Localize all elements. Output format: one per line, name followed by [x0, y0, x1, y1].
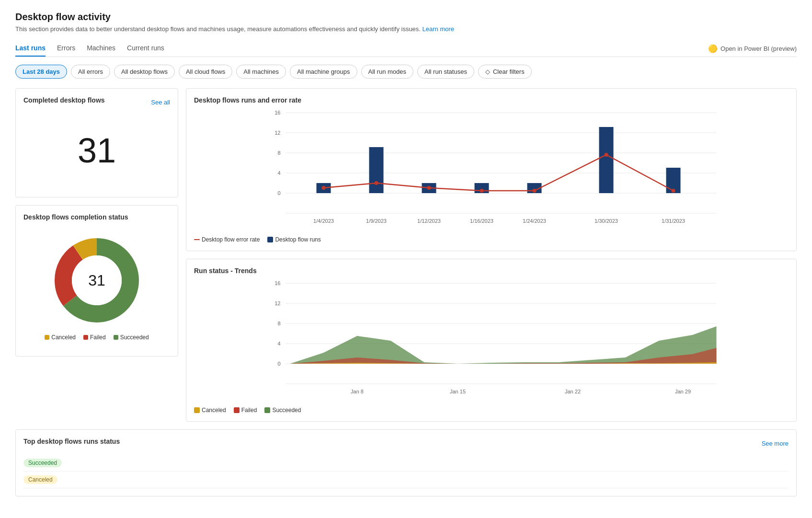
runs-chart-title: Desktop flows runs and error rate [194, 96, 789, 104]
svg-rect-16 [369, 147, 384, 193]
runs-chart-svg: 16 12 8 4 0 [194, 108, 789, 232]
top-flows-section: Top desktop flows runs status See more S… [15, 429, 797, 496]
svg-point-34 [605, 153, 608, 157]
svg-text:4: 4 [277, 341, 280, 346]
completion-status-card: Desktop flows completion status [15, 205, 178, 357]
legend-canceled: Canceled [45, 334, 76, 341]
tab-bar: Last runs Errors Machines Current runs 🟡… [15, 40, 797, 57]
table-row: Succeeded [23, 455, 789, 472]
run-trends-legend: Canceled Failed Succeeded [194, 407, 789, 414]
filter-all-errors[interactable]: All errors [71, 65, 110, 79]
legend-flow-runs: Desktop flow runs [267, 236, 320, 243]
filter-all-cloud-flows[interactable]: All cloud flows [179, 65, 232, 79]
runs-chart-legend: Desktop flow error rate Desktop flow run… [194, 236, 789, 243]
eraser-icon: ◇ [485, 68, 490, 75]
page-subtitle: This section provides data to better und… [15, 25, 797, 33]
svg-text:12: 12 [274, 300, 280, 306]
svg-text:1/16/2023: 1/16/2023 [470, 218, 493, 224]
powerbi-icon: 🟡 [708, 44, 718, 53]
flow-runs-bar-icon [267, 237, 273, 242]
tab-errors[interactable]: Errors [57, 40, 75, 57]
legend-failed: Failed [83, 334, 106, 341]
svg-text:Jan 22: Jan 22 [565, 389, 581, 394]
svg-text:1/12/2023: 1/12/2023 [417, 218, 441, 224]
table-row: Canceled [23, 472, 789, 488]
svg-point-29 [322, 186, 326, 190]
legend-succeeded: Succeeded [114, 334, 149, 341]
legend-trends-canceled: Canceled [194, 407, 226, 414]
donut-count: 31 [88, 272, 105, 289]
svg-point-32 [480, 189, 484, 193]
legend-trends-failed: Failed [234, 407, 257, 414]
completed-flows-card: Completed desktop flows See all 31 [15, 88, 178, 197]
filter-all-machine-groups[interactable]: All machine groups [290, 65, 357, 79]
legend-trends-succeeded: Succeeded [264, 407, 301, 414]
svg-point-30 [375, 181, 378, 185]
svg-rect-20 [599, 127, 614, 193]
donut-chart-container: 31 Canceled Failed Succeed [23, 225, 170, 348]
svg-point-31 [427, 186, 431, 190]
completed-flows-title: Completed desktop flows [23, 96, 105, 104]
svg-text:16: 16 [274, 280, 280, 286]
svg-text:12: 12 [274, 130, 280, 136]
see-all-link[interactable]: See all [151, 99, 170, 106]
canceled-square-icon [194, 407, 200, 413]
status-badge: Succeeded [23, 459, 62, 467]
run-trends-area: 16 12 8 4 0 Jan 8 [194, 278, 789, 403]
svg-text:0: 0 [277, 190, 280, 196]
filter-bar: Last 28 days All errors All desktop flow… [15, 65, 797, 79]
svg-point-35 [672, 189, 675, 193]
page-container: Desktop flow activity This section provi… [0, 0, 812, 518]
filter-all-desktop-flows[interactable]: All desktop flows [114, 65, 175, 79]
svg-text:Jan 15: Jan 15 [450, 389, 466, 394]
see-more-link[interactable]: See more [762, 440, 789, 447]
svg-text:4: 4 [277, 170, 280, 176]
svg-text:0: 0 [277, 361, 280, 367]
run-trends-title: Run status - Trends [194, 267, 789, 275]
runs-chart-area: 16 12 8 4 0 [194, 108, 789, 232]
svg-text:8: 8 [277, 321, 280, 326]
run-trends-svg: 16 12 8 4 0 Jan 8 [194, 278, 789, 403]
learn-more-link[interactable]: Learn more [423, 25, 454, 33]
svg-text:Jan 29: Jan 29 [675, 389, 691, 394]
svg-text:16: 16 [274, 110, 280, 115]
clear-filters-button[interactable]: ◇ Clear filters [478, 65, 532, 79]
runs-chart-card: Desktop flows runs and error rate 16 12 … [186, 88, 797, 251]
svg-text:1/24/2023: 1/24/2023 [523, 218, 546, 224]
svg-point-33 [533, 189, 537, 193]
top-flows-title: Top desktop flows runs status [23, 437, 120, 445]
filter-all-run-statuses[interactable]: All run statuses [417, 65, 474, 79]
filter-all-run-modes[interactable]: All run modes [361, 65, 413, 79]
canceled-color [45, 335, 49, 340]
svg-text:1/9/2023: 1/9/2023 [366, 218, 387, 224]
filter-all-machines[interactable]: All machines [236, 65, 286, 79]
svg-text:1/30/2023: 1/30/2023 [595, 218, 618, 224]
completed-flows-count: 31 [23, 112, 170, 189]
failed-color [83, 335, 88, 340]
error-rate-line-icon [194, 239, 200, 240]
tab-machines[interactable]: Machines [87, 40, 115, 57]
tab-current-runs[interactable]: Current runs [127, 40, 164, 57]
legend-error-rate: Desktop flow error rate [194, 236, 260, 243]
powerbi-button[interactable]: 🟡 Open in Power BI (preview) [708, 44, 797, 53]
filter-last28days[interactable]: Last 28 days [15, 65, 67, 79]
top-flows-rows: Succeeded Canceled [23, 455, 789, 488]
svg-text:1/31/2023: 1/31/2023 [662, 218, 685, 224]
completion-status-title: Desktop flows completion status [23, 213, 170, 221]
donut-legend: Canceled Failed Succeeded [45, 334, 149, 341]
dashboard-grid: Completed desktop flows See all 31 Deskt… [15, 88, 797, 422]
run-trends-card: Run status - Trends 16 12 8 4 [186, 259, 797, 422]
page-title: Desktop flow activity [15, 12, 797, 23]
svg-text:8: 8 [277, 150, 280, 156]
succeeded-square-icon [264, 407, 270, 413]
donut-chart: 31 [49, 232, 145, 328]
svg-text:Jan 8: Jan 8 [351, 389, 364, 394]
status-badge: Canceled [23, 475, 57, 484]
svg-text:1/4/2023: 1/4/2023 [313, 218, 334, 224]
succeeded-color [114, 335, 118, 340]
failed-square-icon [234, 407, 240, 413]
tab-last-runs[interactable]: Last runs [15, 40, 46, 57]
